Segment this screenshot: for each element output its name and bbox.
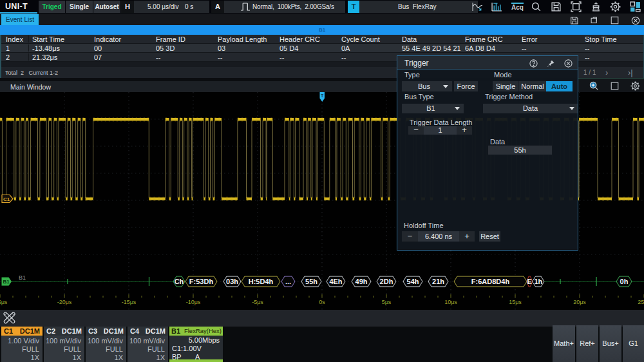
svg-text:-5μs: -5μs: [252, 299, 263, 305]
svg-text:H:5D4h: H:5D4h: [249, 278, 274, 285]
svg-text:55h: 55h: [305, 278, 317, 285]
svg-text:-15μs: -15μs: [122, 299, 137, 305]
svg-text:03h: 03h: [226, 278, 238, 285]
svg-text:0h: 0h: [620, 278, 629, 285]
svg-text:F:53Dh: F:53Dh: [189, 278, 214, 285]
svg-text:5μs: 5μs: [382, 299, 392, 305]
svg-text:10μs: 10μs: [444, 299, 457, 305]
svg-text:C1: C1: [3, 196, 10, 202]
svg-text:49h: 49h: [355, 278, 368, 285]
svg-text:15μs: 15μs: [509, 299, 522, 305]
svg-text:0s: 0s: [319, 299, 325, 305]
svg-text:Ch: Ch: [175, 278, 184, 285]
svg-text:E: E: [527, 278, 532, 285]
svg-text:F:6AD8D4h: F:6AD8D4h: [471, 278, 510, 285]
svg-text:4Eh: 4Eh: [329, 278, 342, 285]
svg-text:-25μs: -25μs: [0, 299, 8, 305]
svg-text:25μs: 25μs: [638, 299, 644, 305]
svg-text:-20μs: -20μs: [57, 299, 72, 305]
svg-text:T: T: [321, 93, 323, 98]
svg-text:21h: 21h: [432, 278, 444, 285]
svg-text:B1: B1: [19, 274, 26, 281]
svg-text:B1: B1: [3, 279, 10, 285]
svg-text:2Dh: 2Dh: [380, 278, 393, 285]
svg-text:1h: 1h: [534, 278, 542, 285]
svg-text:...: ...: [285, 278, 291, 285]
svg-text:-10μs: -10μs: [186, 299, 201, 305]
svg-text:20μs: 20μs: [573, 299, 586, 305]
svg-text:54h: 54h: [407, 278, 419, 285]
